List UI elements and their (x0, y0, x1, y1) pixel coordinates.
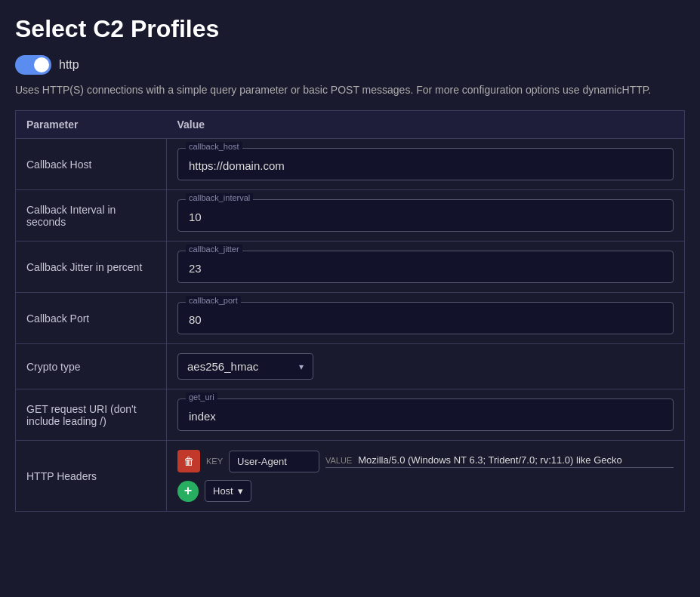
param-label-callback-host: Callback Host (16, 139, 167, 190)
param-label-callback-interval: Callback Interval in seconds (16, 190, 167, 242)
callback-port-field-label: callback_port (186, 296, 241, 305)
profile-name: http (59, 58, 79, 72)
add-dropdown-value: Host (213, 485, 233, 497)
param-value-get-uri: get_uri (167, 389, 685, 441)
table-header-row: Parameter Value (16, 111, 685, 139)
param-label-callback-port: Callback Port (16, 293, 167, 344)
table-row: GET request URI (don't include leading /… (16, 389, 685, 441)
callback-host-field: callback_host (177, 148, 674, 180)
param-value-callback-jitter: callback_jitter (167, 242, 685, 293)
callback-interval-field-label: callback_interval (186, 193, 253, 202)
param-label-get-uri: GET request URI (don't include leading /… (16, 389, 167, 441)
callback-jitter-field-label: callback_jitter (186, 245, 242, 254)
key-group: KEY (206, 451, 319, 472)
value-label: VALUE (325, 456, 352, 465)
plus-icon: + (184, 483, 193, 499)
toggle-track (15, 55, 51, 75)
get-uri-field: get_uri (177, 399, 674, 431)
param-label-http-headers: HTTP Headers (16, 441, 167, 512)
chevron-down-icon: ▾ (238, 485, 243, 497)
callback-port-input[interactable] (178, 303, 673, 334)
param-value-callback-host: callback_host (167, 139, 685, 190)
callback-port-field: callback_port (177, 302, 674, 334)
header-row: 🗑 KEY VALUE (177, 450, 674, 472)
table-row: Callback Interval in seconds callback_in… (16, 190, 685, 242)
chevron-down-icon: ▾ (299, 362, 304, 372)
key-label: KEY (206, 457, 223, 466)
table-row: Callback Port callback_port (16, 293, 685, 344)
table-row: Callback Jitter in percent callback_jitt… (16, 242, 685, 293)
get-uri-input[interactable] (178, 399, 673, 430)
callback-jitter-input[interactable] (178, 251, 673, 282)
param-value-callback-port: callback_port (167, 293, 685, 344)
delete-header-button[interactable]: 🗑 (177, 450, 200, 472)
param-value-http-headers: 🗑 KEY VALUE + (167, 441, 685, 512)
trash-icon: 🗑 (183, 455, 194, 467)
page-title: Select C2 Profiles (15, 15, 685, 43)
header-value-input[interactable] (358, 454, 674, 466)
table-row: Crypto type aes256_hmac ▾ (16, 344, 685, 389)
add-header-dropdown[interactable]: Host ▾ (205, 480, 251, 502)
param-label-callback-jitter: Callback Jitter in percent (16, 242, 167, 293)
param-value-crypto-type: aes256_hmac ▾ (167, 344, 685, 389)
header-key-input[interactable] (229, 451, 319, 472)
value-group: VALUE (325, 454, 674, 468)
toggle-thumb (34, 57, 49, 72)
callback-host-input[interactable] (178, 149, 673, 180)
profile-toggle-row: http (15, 55, 685, 75)
table-row: HTTP Headers 🗑 KEY VALUE (16, 441, 685, 512)
callback-jitter-field: callback_jitter (177, 251, 674, 283)
table-row: Callback Host callback_host (16, 139, 685, 190)
param-label-crypto-type: Crypto type (16, 344, 167, 389)
crypto-type-dropdown[interactable]: aes256_hmac ▾ (177, 353, 313, 380)
profile-description: Uses HTTP(S) connections with a simple q… (15, 82, 685, 98)
column-parameter: Parameter (16, 111, 167, 139)
get-uri-field-label: get_uri (186, 392, 217, 402)
column-value: Value (167, 111, 685, 139)
callback-interval-input[interactable] (178, 200, 673, 231)
add-header-button[interactable]: + (177, 481, 199, 502)
param-value-callback-interval: callback_interval (167, 190, 685, 242)
page-container: Select C2 Profiles http Uses HTTP(S) con… (0, 0, 700, 527)
crypto-type-value: aes256_hmac (187, 360, 258, 373)
callback-host-field-label: callback_host (186, 142, 242, 151)
params-table: Parameter Value Callback Host callback_h… (15, 110, 685, 512)
add-header-row: + Host ▾ (177, 480, 674, 502)
callback-interval-field: callback_interval (177, 199, 674, 232)
http-profile-toggle[interactable] (15, 55, 51, 75)
